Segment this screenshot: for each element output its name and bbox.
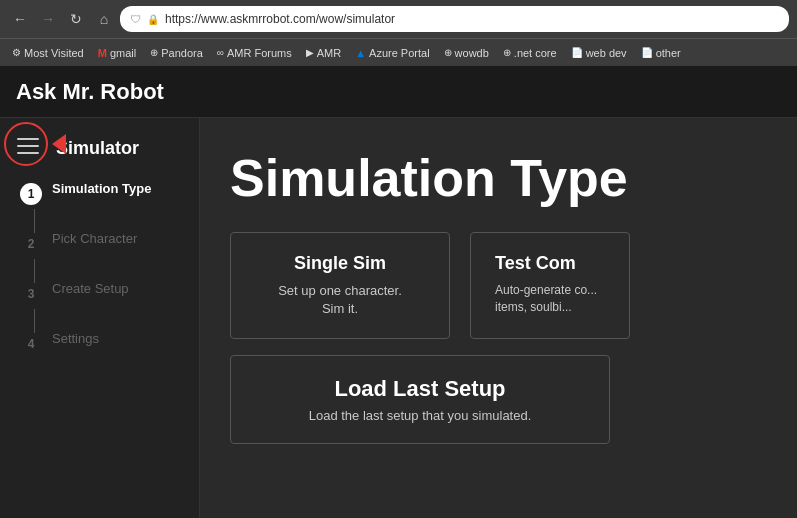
- step-label-3: Create Setup: [52, 281, 129, 298]
- bookmark-label: .net core: [514, 47, 557, 59]
- bookmark-label: Pandora: [161, 47, 203, 59]
- test-com-desc: Auto-generate co...items, soulbi...: [495, 282, 605, 316]
- bookmark-gmail[interactable]: M gmail: [92, 44, 142, 62]
- main-content: Simulation Type Single Sim Set up one ch…: [200, 118, 797, 518]
- bookmark-icon: ⚙: [12, 47, 21, 58]
- sidebar-steps: 1 Simulation Type 2 Pick Character 3 Cre…: [0, 175, 199, 375]
- gmail-icon: M: [98, 47, 107, 59]
- pandora-icon: ⊕: [150, 47, 158, 58]
- bookmark-wowdb[interactable]: ⊕ wowdb: [438, 44, 495, 62]
- step-label-4: Settings: [52, 331, 99, 348]
- bookmark-amr-forums[interactable]: ∞ AMR Forums: [211, 44, 298, 62]
- load-setup-desc: Load the last setup that you simulated.: [255, 408, 585, 423]
- web-dev-icon: 📄: [571, 47, 583, 58]
- bookmark-azure[interactable]: ▲ Azure Portal: [349, 44, 435, 62]
- step-num-3: 3: [20, 283, 42, 305]
- home-button[interactable]: ⌂: [92, 7, 116, 31]
- hamburger-line-2: [17, 145, 39, 147]
- bookmark-other[interactable]: 📄 other: [635, 44, 687, 62]
- amr-forums-icon: ∞: [217, 47, 224, 58]
- step-num-1: 1: [20, 183, 42, 205]
- single-sim-card[interactable]: Single Sim Set up one character.Sim it.: [230, 232, 450, 339]
- sidebar-step-4[interactable]: 4 Settings: [0, 325, 199, 375]
- bookmark-label: other: [656, 47, 681, 59]
- test-com-card[interactable]: Test Com Auto-generate co...items, soulb…: [470, 232, 630, 339]
- shield-icon: 🛡: [130, 13, 141, 25]
- bookmark-label: gmail: [110, 47, 136, 59]
- sim-cards-row: Single Sim Set up one character.Sim it. …: [230, 232, 767, 339]
- bookmark-net-core[interactable]: ⊕ .net core: [497, 44, 563, 62]
- bookmark-amr[interactable]: ▶ AMR: [300, 44, 347, 62]
- menu-toggle-button[interactable]: [10, 128, 46, 164]
- bookmark-web-dev[interactable]: 📄 web dev: [565, 44, 633, 62]
- load-setup-title: Load Last Setup: [255, 376, 585, 402]
- bookmark-label: AMR Forums: [227, 47, 292, 59]
- browser-chrome: ← → ↻ ⌂ 🛡 🔒 https://www.askmrrobot.com/w…: [0, 0, 797, 66]
- step-num-4: 4: [20, 333, 42, 355]
- forward-button[interactable]: →: [36, 7, 60, 31]
- bookmark-most-visited[interactable]: ⚙ Most Visited: [6, 44, 90, 62]
- address-bar[interactable]: 🛡 🔒 https://www.askmrrobot.com/wow/simul…: [120, 6, 789, 32]
- app-title: Ask Mr. Robot: [16, 79, 164, 105]
- app-header: Ask Mr. Robot: [0, 66, 797, 118]
- bookmark-label: Most Visited: [24, 47, 84, 59]
- refresh-button[interactable]: ↻: [64, 7, 88, 31]
- step-label-1: Simulation Type: [52, 181, 151, 198]
- sidebar-step-2[interactable]: 2 Pick Character: [0, 225, 199, 275]
- other-icon: 📄: [641, 47, 653, 58]
- bookmark-label: wowdb: [455, 47, 489, 59]
- bookmark-label: Azure Portal: [369, 47, 430, 59]
- back-button[interactable]: ←: [8, 7, 32, 31]
- sidebar-step-1[interactable]: 1 Simulation Type: [0, 175, 199, 225]
- bookmarks-bar: ⚙ Most Visited M gmail ⊕ Pandora ∞ AMR F…: [0, 38, 797, 66]
- bookmark-label: AMR: [317, 47, 341, 59]
- amr-icon: ▶: [306, 47, 314, 58]
- azure-icon: ▲: [355, 47, 366, 59]
- browser-nav: ← → ↻ ⌂ 🛡 🔒 https://www.askmrrobot.com/w…: [0, 0, 797, 38]
- bookmark-label: web dev: [586, 47, 627, 59]
- menu-arrow: [52, 134, 66, 154]
- bookmark-pandora[interactable]: ⊕ Pandora: [144, 44, 209, 62]
- single-sim-desc: Set up one character.Sim it.: [255, 282, 425, 318]
- app-body: Simulator 1 Simulation Type 2 Pick Chara…: [0, 118, 797, 518]
- net-core-icon: ⊕: [503, 47, 511, 58]
- load-last-setup-card[interactable]: Load Last Setup Load the last setup that…: [230, 355, 610, 444]
- step-num-2: 2: [20, 233, 42, 255]
- url-text: https://www.askmrrobot.com/wow/simulator: [165, 12, 395, 26]
- page-title: Simulation Type: [230, 148, 767, 208]
- hamburger-line-3: [17, 152, 39, 154]
- wowdb-icon: ⊕: [444, 47, 452, 58]
- step-label-2: Pick Character: [52, 231, 137, 248]
- test-com-title: Test Com: [495, 253, 605, 274]
- lock-icon: 🔒: [147, 14, 159, 25]
- hamburger-line-1: [17, 138, 39, 140]
- single-sim-title: Single Sim: [255, 253, 425, 274]
- sidebar-step-3[interactable]: 3 Create Setup: [0, 275, 199, 325]
- sidebar: Simulator 1 Simulation Type 2 Pick Chara…: [0, 118, 200, 518]
